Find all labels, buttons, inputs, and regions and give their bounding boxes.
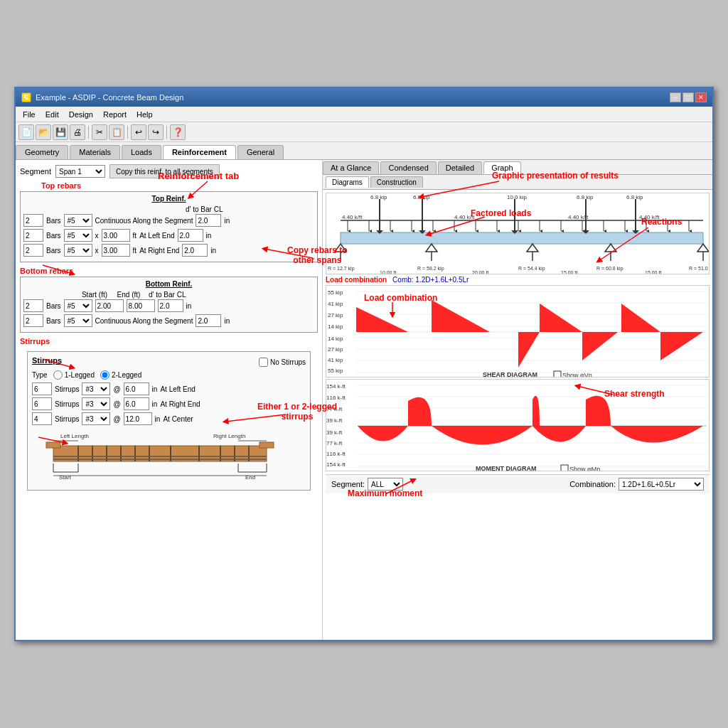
bot-r1-size[interactable]: #5 bbox=[64, 299, 92, 312]
left-tabs: Geometry Materials Loads Reinforcement G… bbox=[16, 142, 712, 160]
one-legged-radio[interactable]: 1-Legged bbox=[53, 370, 95, 380]
top-r1-qty[interactable] bbox=[23, 214, 43, 227]
subtab-diagrams[interactable]: Diagrams bbox=[326, 176, 369, 188]
no-stirrups-checkbox[interactable]: No Stirrups bbox=[259, 358, 306, 367]
stirrup-row2: Stirrups #3 @ in At Right End bbox=[32, 397, 306, 410]
open-button[interactable]: 📂 bbox=[36, 124, 51, 140]
svg-text:39 k-ft: 39 k-ft bbox=[326, 429, 343, 436]
svg-text:116 k-ft: 116 k-ft bbox=[326, 451, 346, 457]
save-button[interactable]: 💾 bbox=[53, 124, 68, 140]
tab-geometry[interactable]: Geometry bbox=[16, 145, 68, 159]
stir-r3-size[interactable]: #3 bbox=[82, 412, 110, 425]
svg-text:10.00 ft: 10.00 ft bbox=[380, 270, 396, 274]
tab-graph[interactable]: Graph bbox=[483, 161, 521, 174]
tab-general[interactable]: General bbox=[237, 145, 284, 159]
bot-r2-qty[interactable] bbox=[23, 314, 43, 327]
top-r2-qty[interactable] bbox=[23, 229, 43, 242]
top-reinf-row3: Bars #5 x ft At Right End in bbox=[23, 244, 314, 257]
window-controls[interactable]: ─ □ ✕ bbox=[670, 92, 707, 102]
top-r1-bars-label: Bars bbox=[46, 217, 61, 225]
menu-file[interactable]: File bbox=[18, 109, 40, 120]
stir-r1-spacing[interactable] bbox=[124, 382, 149, 395]
tab-materials[interactable]: Materials bbox=[70, 145, 120, 159]
bot-r1-end[interactable] bbox=[127, 299, 155, 312]
svg-text:6.8 kip: 6.8 kip bbox=[626, 194, 643, 200]
stir-r2-qty[interactable] bbox=[32, 397, 52, 410]
redo-button[interactable]: ↪ bbox=[148, 124, 164, 140]
print-button[interactable]: 🖨 bbox=[70, 124, 85, 140]
maximize-button[interactable]: □ bbox=[682, 92, 694, 102]
svg-text:27 kip: 27 kip bbox=[328, 346, 343, 353]
svg-text:6.8 kip: 6.8 kip bbox=[370, 194, 387, 200]
bot-r1-qty[interactable] bbox=[23, 299, 43, 312]
stir-r2-size[interactable]: #3 bbox=[82, 397, 110, 410]
tab-loads[interactable]: Loads bbox=[122, 145, 161, 159]
top-r2-length[interactable] bbox=[102, 229, 130, 242]
menu-design[interactable]: Design bbox=[65, 109, 97, 120]
svg-text:MOMENT DIAGRAM: MOMENT DIAGRAM bbox=[476, 465, 537, 471]
help-button[interactable]: ❓ bbox=[170, 124, 186, 140]
combination-ctrl-select[interactable]: 1.2D+1.6L+0.5Lr bbox=[619, 478, 704, 491]
svg-text:39 k-ft: 39 k-ft bbox=[326, 417, 343, 424]
svg-text:End: End bbox=[245, 474, 255, 481]
paste-button[interactable]: 📋 bbox=[109, 124, 124, 140]
right-panel: At a Glance Condensed Detailed Graph Dia… bbox=[323, 160, 712, 640]
svg-text:14 kip: 14 kip bbox=[328, 336, 343, 342]
svg-rect-113 bbox=[554, 371, 561, 378]
bot-r1-dprime[interactable] bbox=[158, 299, 183, 312]
bot-r2-dprime[interactable] bbox=[196, 314, 221, 327]
top-reinf-title: Top Reinf. bbox=[23, 195, 314, 203]
top-r1-dprime[interactable] bbox=[196, 214, 221, 227]
menu-edit[interactable]: Edit bbox=[41, 109, 63, 120]
svg-text:R = 12.7 kip: R = 12.7 kip bbox=[328, 266, 355, 272]
stir-r1-qty[interactable] bbox=[32, 382, 52, 395]
load-combination-label: Load combination bbox=[326, 276, 387, 284]
svg-text:154 k-ft: 154 k-ft bbox=[326, 383, 346, 390]
stir-r1-size[interactable]: #3 bbox=[82, 382, 110, 395]
cut-button[interactable]: ✂ bbox=[92, 124, 107, 140]
close-button[interactable]: ✕ bbox=[695, 92, 707, 102]
svg-marker-69 bbox=[335, 244, 346, 252]
top-r2-dprime[interactable] bbox=[178, 229, 203, 242]
stirrups-type-row: Type 1-Legged 2-Legged bbox=[32, 370, 306, 380]
svg-marker-111 bbox=[660, 332, 703, 360]
segment-select[interactable]: Span 1 bbox=[55, 165, 105, 178]
svg-text:15.00 ft: 15.00 ft bbox=[645, 270, 661, 274]
stir-r3-spacing[interactable] bbox=[124, 412, 152, 425]
menu-report[interactable]: Report bbox=[99, 109, 131, 120]
top-r3-qty[interactable] bbox=[23, 244, 43, 257]
bot-r2-size[interactable]: #5 bbox=[64, 314, 92, 327]
tab-at-a-glance[interactable]: At a Glance bbox=[323, 161, 379, 174]
top-r3-size[interactable]: #5 bbox=[64, 244, 92, 257]
two-legged-radio[interactable]: 2-Legged bbox=[100, 370, 141, 380]
svg-text:Start: Start bbox=[59, 474, 72, 481]
tab-detailed[interactable]: Detailed bbox=[438, 161, 482, 174]
shear-diagram-svg: 55 kip 41 kip 27 kip 14 kip 14 kip 27 ki… bbox=[326, 285, 710, 378]
new-button[interactable]: 📄 bbox=[18, 124, 34, 140]
top-r3-length[interactable] bbox=[102, 244, 130, 257]
tab-reinforcement[interactable]: Reinforcement bbox=[163, 145, 236, 159]
minimize-button[interactable]: ─ bbox=[670, 92, 681, 102]
bot-r1-start[interactable] bbox=[95, 299, 124, 312]
copy-reinf-button[interactable]: Copy this reinf. to all segments bbox=[109, 164, 220, 178]
stir-r2-spacing[interactable] bbox=[124, 397, 149, 410]
svg-text:77 k-ft: 77 k-ft bbox=[326, 440, 343, 446]
segment-ctrl-select[interactable]: ALL bbox=[368, 478, 403, 491]
menu-help[interactable]: Help bbox=[132, 109, 157, 120]
subtab-construction[interactable]: Construction bbox=[370, 176, 423, 188]
undo-button[interactable]: ↩ bbox=[131, 124, 146, 140]
top-r1-size[interactable]: #5 bbox=[64, 214, 92, 227]
top-r2-size[interactable]: #5 bbox=[64, 229, 92, 242]
tab-condensed[interactable]: Condensed bbox=[380, 161, 436, 174]
title-bar: 🏗 Example - ASDIP - Concrete Beam Design… bbox=[16, 88, 712, 107]
bottom-controls: Segment: ALL Combination: 1.2D+1.6L+0.5L… bbox=[326, 474, 710, 493]
svg-text:R = 60.8 kip: R = 60.8 kip bbox=[596, 266, 623, 272]
stirrup-row3: Stirrups #3 @ in At Center bbox=[32, 412, 306, 425]
svg-text:Show φVn: Show φVn bbox=[562, 372, 592, 378]
svg-text:6.8 kip: 6.8 kip bbox=[413, 194, 430, 200]
svg-text:6.8 kip: 6.8 kip bbox=[577, 194, 594, 200]
stir-r3-qty[interactable] bbox=[32, 412, 52, 425]
separator1 bbox=[88, 126, 89, 139]
top-r3-dprime[interactable] bbox=[182, 244, 208, 257]
beam-diagram: Left Length Right Length Start End bbox=[39, 428, 299, 483]
